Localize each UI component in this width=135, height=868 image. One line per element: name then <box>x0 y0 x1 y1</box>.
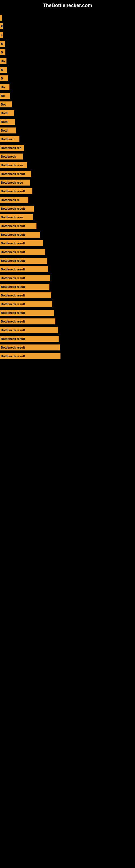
bar-row: Bottleneck result <box>0 352 135 360</box>
bar-label-38: Bottleneck result <box>1 337 25 340</box>
bar-11: Bot <box>0 101 12 107</box>
bar-row: Bottleneck result <box>0 248 135 255</box>
bar-9: Bo <box>0 84 9 90</box>
bar-label-13: Bottl <box>1 120 8 123</box>
bar-27: Bottleneck result <box>0 240 43 246</box>
bar-label-23: Bottleneck result <box>1 207 25 210</box>
bar-12: Bottl <box>0 110 14 116</box>
bar-row: E <box>0 31 135 38</box>
bar-32: Bottleneck result <box>0 284 49 290</box>
bar-row: Bottleneck re <box>0 196 135 204</box>
bar-label-31: Bottleneck result <box>1 276 25 280</box>
bar-15: Bottlenec <box>0 136 19 142</box>
bar-label-2: E <box>1 25 3 28</box>
bar-5: B <box>0 50 5 55</box>
bar-label-40: Bottleneck result <box>1 354 25 358</box>
bar-22: Bottleneck re <box>0 197 28 203</box>
bar-39: Bottleneck result <box>0 344 60 350</box>
bar-2: E <box>0 23 3 29</box>
bar-label-9: Bo <box>1 86 5 89</box>
bar-label-3: E <box>1 33 3 37</box>
bar-row: Bottleneck result <box>0 240 135 247</box>
bar-label-6: Bo <box>1 59 5 63</box>
bar-row: Bottleneck result <box>0 292 135 299</box>
bar-3: E <box>0 32 3 38</box>
bar-1 <box>0 14 2 21</box>
bar-29: Bottleneck result <box>0 258 47 264</box>
bar-row: Bo <box>0 58 135 65</box>
bar-label-25: Bottleneck result <box>1 224 25 227</box>
bar-34: Bottleneck result <box>0 301 52 307</box>
bar-17: Bottleneck <box>0 154 23 159</box>
bar-label-19: Bottleneck result <box>1 172 25 176</box>
bar-row: Bottleneck res <box>0 144 135 151</box>
bar-label-8: B <box>1 77 3 80</box>
bar-label-26: Bottleneck result <box>1 233 25 236</box>
bar-label-5: B <box>1 51 3 54</box>
bar-row: Bottleneck resu <box>0 214 135 221</box>
bar-label-21: Bottleneck result <box>1 190 25 193</box>
bar-row: Bottleneck result <box>0 327 135 334</box>
bar-row: Bottleneck <box>0 153 135 160</box>
bar-label-24: Bottleneck resu <box>1 216 23 219</box>
site-title: TheBottlenecker.com <box>0 0 135 10</box>
bar-row: Bot <box>0 101 135 108</box>
bar-label-20: Bottleneck resu <box>1 181 23 184</box>
bar-26: Bottleneck result <box>0 231 40 238</box>
bar-row: Bottleneck result <box>0 275 135 282</box>
bar-label-17: Bottleneck <box>1 155 16 158</box>
bar-label-15: Bottlenec <box>1 137 14 141</box>
bar-40: Bottleneck result <box>0 353 60 359</box>
bar-31: Bottleneck result <box>0 275 50 281</box>
bar-row: Bottleneck result <box>0 257 135 264</box>
bar-row <box>0 14 135 21</box>
bar-36: Bottleneck result <box>0 318 55 324</box>
bar-20: Bottleneck resu <box>0 180 30 186</box>
bar-label-22: Bottleneck re <box>1 198 20 202</box>
bar-19: Bottleneck result <box>0 171 31 177</box>
bar-row: Bottleneck result <box>0 266 135 273</box>
bar-label-28: Bottleneck result <box>1 250 25 254</box>
bar-30: Bottleneck result <box>0 267 48 272</box>
bar-row: Bottleneck result <box>0 222 135 229</box>
bar-14: Bottl <box>0 127 16 133</box>
bar-row: Bottleneck result <box>0 205 135 212</box>
bar-row: E <box>0 23 135 30</box>
bar-16: Bottleneck res <box>0 145 24 151</box>
bar-label-11: Bot <box>1 103 6 106</box>
bars-container: EEBBBoBBBoBoBotBottlBottlBottlBottlenecB… <box>0 10 135 364</box>
bar-28: Bottleneck result <box>0 249 45 255</box>
bar-24: Bottleneck resu <box>0 214 33 220</box>
bar-7: B <box>0 67 7 73</box>
bar-row: Bottleneck result <box>0 344 135 351</box>
bar-row: Bo <box>0 84 135 91</box>
bar-label-14: Bottl <box>1 129 8 132</box>
bar-row: B <box>0 49 135 56</box>
bar-label-7: B <box>1 68 3 71</box>
bar-row: Bottlenec <box>0 135 135 143</box>
bar-row: B <box>0 75 135 82</box>
bar-row: Bo <box>0 92 135 99</box>
bar-label-27: Bottleneck result <box>1 242 25 245</box>
bar-13: Bottl <box>0 119 15 125</box>
bar-row: Bottleneck result <box>0 188 135 195</box>
bar-label-36: Bottleneck result <box>1 320 25 323</box>
bar-label-10: Bo <box>1 94 5 97</box>
bar-label-12: Bottl <box>1 112 8 115</box>
bar-row: Bottl <box>0 118 135 125</box>
bar-label-34: Bottleneck result <box>1 303 25 306</box>
bar-38: Bottleneck result <box>0 336 58 342</box>
bar-10: Bo <box>0 93 10 99</box>
bar-label-33: Bottleneck result <box>1 294 25 297</box>
bar-row: Bottl <box>0 127 135 134</box>
bar-label-30: Bottleneck result <box>1 268 25 271</box>
bar-8: B <box>0 75 8 82</box>
bar-row: Bottleneck result <box>0 283 135 290</box>
bar-row: Bottleneck result <box>0 231 135 238</box>
bar-row: Bottleneck resu <box>0 162 135 169</box>
bar-label-29: Bottleneck result <box>1 259 25 262</box>
bar-row: Bottl <box>0 110 135 117</box>
bar-label-37: Bottleneck result <box>1 329 25 332</box>
bar-18: Bottleneck resu <box>0 162 27 168</box>
bar-21: Bottleneck result <box>0 188 32 194</box>
